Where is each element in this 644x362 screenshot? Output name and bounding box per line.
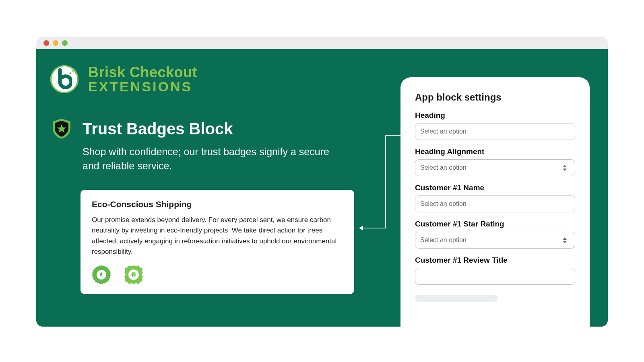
window-titlebar [36,37,608,49]
maximize-icon[interactable] [62,40,68,46]
section-title: Trust Badges Block [83,120,233,138]
label-customer-name: Customer #1 Name [415,183,575,192]
shield-star-icon [50,117,73,140]
badge-row [92,265,343,284]
field-heading-alignment: Heading Alignment Select an option [415,147,575,176]
svg-point-0 [70,72,72,74]
brand-logo-icon [50,65,78,93]
brand-text: Brisk Checkout EXTENSIONS [88,65,197,93]
app-surface: Brisk Checkout EXTENSIONS Trust Badges B… [36,49,608,327]
input-customer-review-title[interactable] [415,268,575,285]
svg-point-1 [72,70,74,72]
browser-window: Brisk Checkout EXTENSIONS Trust Badges B… [36,37,608,327]
settings-panel: App block settings Heading Select an opt… [400,77,590,327]
select-heading-alignment[interactable]: Select an option [415,159,575,176]
select-customer-rating[interactable]: Select an option [415,232,575,249]
placeholder-text: Select an option [420,237,466,244]
minimize-icon[interactable] [53,40,58,46]
field-customer-review-title: Customer #1 Review Title [415,256,575,285]
placeholder-text: Select an option [420,164,466,171]
field-customer-rating: Customer #1 Star Rating Select an option [415,220,575,249]
panel-title: App block settings [415,92,575,103]
skeleton-bar [415,295,497,302]
input-heading[interactable]: Select an option [415,123,575,140]
preview-body: Our promise extends beyond delivery. For… [92,215,343,257]
chevron-up-down-icon [563,236,570,245]
preview-heading: Eco-Conscious Shipping [92,200,343,209]
label-customer-review-title: Customer #1 Review Title [415,256,575,265]
chevron-up-down-icon [563,163,570,172]
input-customer-name[interactable]: Select an option [415,195,575,212]
stage: Brisk Checkout EXTENSIONS Trust Badges B… [0,0,644,362]
svg-point-2 [75,72,77,74]
brand-line2: EXTENSIONS [88,80,197,93]
section-header: Trust Badges Block Shop with confidence;… [50,117,368,173]
label-heading: Heading [415,111,575,120]
label-customer-rating: Customer #1 Star Rating [415,220,575,228]
close-icon[interactable] [43,40,49,46]
eco-friendly-seal-icon [124,265,143,284]
placeholder-text: Select an option [420,128,466,135]
preview-card: Eco-Conscious Shipping Our promise exten… [80,190,354,294]
label-heading-alignment: Heading Alignment [415,147,575,156]
section-subtitle: Shop with confidence; our trust badges s… [83,145,340,173]
placeholder-text: Select an option [420,200,466,208]
brand: Brisk Checkout EXTENSIONS [50,65,197,93]
field-customer-name: Customer #1 Name Select an option [415,183,575,212]
field-heading: Heading Select an option [415,111,575,140]
carbon-neutral-seal-icon [92,265,111,284]
brand-line1: Brisk Checkout [88,65,197,80]
